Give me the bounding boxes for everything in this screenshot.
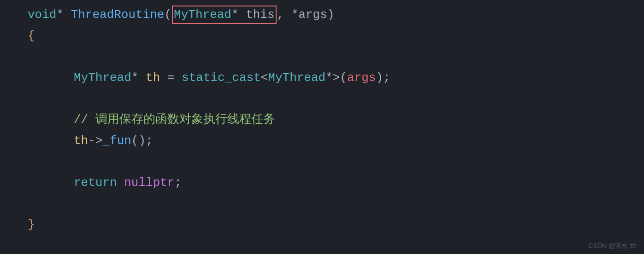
code-line-11: } — [0, 214, 644, 236]
keyword-void: void — [28, 6, 56, 25]
close-brace: } — [28, 215, 35, 235]
punctuation-star: * — [56, 6, 64, 25]
type-mythread-3: MyThread — [268, 69, 325, 88]
type-mythread: MyThread — [174, 8, 231, 22]
code-line-7: th->_fun(); — [0, 131, 644, 152]
comment-line: // 调用保存的函数对象执行线程任务 — [74, 110, 275, 130]
type-mythread-2: MyThread — [74, 69, 131, 88]
arg-args: args — [347, 69, 376, 88]
code-line-10 — [0, 193, 644, 214]
code-line-2: { — [0, 26, 644, 47]
code-line-9: return nullptr; — [0, 173, 644, 194]
keyword-return: return — [74, 173, 117, 193]
open-brace: { — [28, 27, 35, 46]
code-line-3 — [0, 46, 644, 68]
param-args: args — [298, 6, 327, 25]
watermark: CSDN @落水 zh — [589, 242, 637, 250]
code-line-5 — [0, 88, 644, 110]
keyword-nullptr: nullptr — [124, 173, 174, 193]
code-line-8 — [0, 151, 644, 173]
var-th: th — [146, 69, 160, 88]
code-line-6: // 调用保存的函数对象执行线程任务 — [0, 110, 644, 131]
code-line-1: void* ThreadRoutine(MyThread* this, *arg… — [0, 5, 644, 26]
code-line-4: MyThread* th = static_cast<MyThread*>(ar… — [0, 68, 644, 89]
var-th-2: th — [74, 132, 88, 151]
param-this: this — [246, 8, 274, 22]
static-cast: static_cast — [182, 69, 261, 88]
method-fun: _fun — [102, 132, 131, 151]
code-block: void* ThreadRoutine(MyThread* this, *arg… — [0, 0, 644, 254]
highlight-region: MyThread* this — [172, 6, 276, 24]
function-name: ThreadRoutine — [71, 6, 165, 25]
